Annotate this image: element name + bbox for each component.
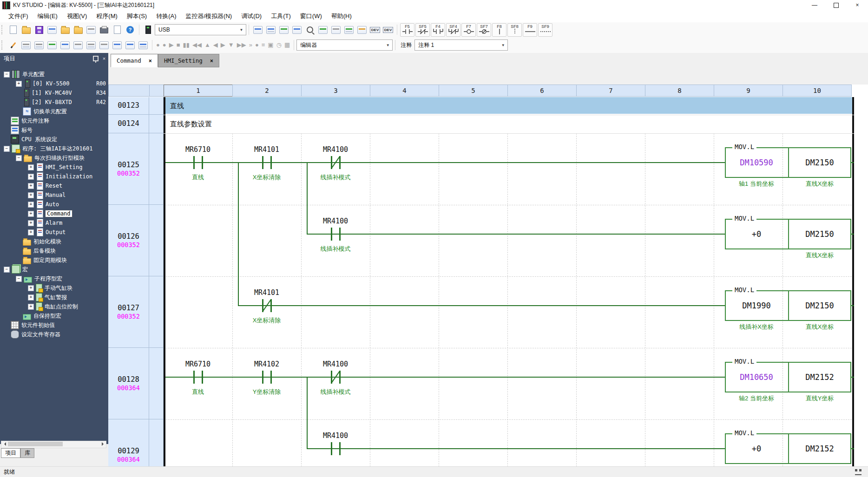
tree-item-29[interactable]: 设定文件寄存器 (0, 330, 108, 339)
comment-set-select[interactable]: 注释 1▼ (414, 39, 508, 51)
tree-item-1[interactable]: −单元配置 (0, 70, 108, 79)
row-bookmark-cell[interactable] (149, 205, 164, 276)
instruction-operand-2[interactable]: DM2150 (789, 220, 851, 248)
rung-wire[interactable] (165, 162, 725, 163)
tree-item-24[interactable]: +手动气缸块 (0, 283, 108, 293)
fkey-sf4-button[interactable]: SF4 (446, 23, 460, 37)
monitor-edit-icon[interactable] (317, 24, 329, 35)
ladder-editor[interactable]: 1234567891000123直线00124直线参数设置00125000352… (108, 85, 868, 467)
open-contact[interactable] (202, 156, 203, 169)
tree-item-6[interactable]: 软元件注释 (0, 116, 108, 125)
menu-item-9[interactable]: 工具(T) (266, 11, 296, 22)
column-header-2[interactable]: 2 (232, 85, 302, 97)
expand-icon[interactable]: + (28, 229, 34, 235)
device-name[interactable]: MR4101 (234, 288, 299, 297)
fkey-f7-button[interactable]: F7 (461, 23, 476, 37)
row-number-cell[interactable]: 00123 (108, 97, 149, 115)
column-header-8[interactable]: 8 (645, 85, 714, 97)
menu-item-8[interactable]: 调试(D) (237, 11, 266, 22)
step-down-icon[interactable]: ▼ (228, 38, 234, 52)
instruction-operand-2[interactable]: DM2150 (789, 148, 851, 177)
step-back-icon[interactable]: ◀ (213, 38, 218, 52)
print-icon[interactable] (99, 24, 110, 35)
save-project-icon[interactable] (33, 24, 45, 35)
menu-item-6[interactable]: 转换(A) (151, 11, 181, 22)
menu-item-11[interactable]: 帮助(H) (327, 11, 356, 22)
editor-tab-command[interactable]: Command× (111, 54, 158, 67)
menu-item-7[interactable]: 监控器/模拟器(N) (181, 11, 237, 22)
junction-write-icon[interactable] (99, 39, 110, 51)
rung-wire[interactable] (307, 234, 725, 235)
column-header-9[interactable]: 9 (714, 85, 783, 97)
plc-monitor-icon[interactable] (143, 24, 154, 35)
tree-item-3[interactable]: [1] KV-MC40VR34 (0, 88, 108, 98)
tree-item-10[interactable]: −每次扫描执行型模块 (0, 153, 108, 163)
help-icon[interactable]: ? (125, 24, 136, 35)
pin-icon[interactable] (92, 54, 100, 63)
grid-view-icon[interactable] (59, 39, 71, 51)
selected-comment-row[interactable] (165, 97, 852, 114)
instruction-operand-2[interactable]: DM2152 (789, 363, 851, 392)
breakpoint-icon[interactable]: ● (255, 38, 259, 52)
scroll-left-arrow[interactable] (1, 441, 8, 447)
column-header-6[interactable]: 6 (507, 85, 577, 97)
panel-tab-项目[interactable]: 项目 (1, 448, 20, 458)
new-project-icon[interactable] (7, 24, 19, 35)
expand-icon[interactable]: + (28, 174, 34, 180)
close-button[interactable]: × (847, 0, 868, 10)
tree-item-4[interactable]: [2] KV-B8XTDR42 (0, 98, 108, 107)
closed-contact[interactable] (339, 156, 341, 169)
dev-monitor-icon[interactable]: DEV (382, 24, 394, 35)
tree-item-21[interactable]: 固定周期模块 (0, 255, 108, 265)
upload-project-icon[interactable] (59, 24, 71, 35)
expand-icon[interactable]: + (28, 285, 34, 291)
tree-item-7[interactable]: 标号 (0, 125, 108, 135)
read-from-plc-icon[interactable] (291, 24, 302, 35)
device-name[interactable]: MR6710 (165, 145, 230, 154)
instruction-operand-1[interactable]: +0 (725, 220, 788, 248)
open-contact[interactable] (331, 228, 332, 241)
branch-wire[interactable] (238, 162, 239, 306)
dev-window-icon[interactable]: DEV (369, 24, 381, 35)
ladder-comment-text[interactable]: 直线参数设置 (170, 120, 212, 129)
device-name[interactable]: MR4100 (303, 360, 368, 368)
tree-item-12[interactable]: +Initialization (0, 172, 108, 181)
print-preview-icon[interactable] (112, 24, 123, 35)
scrollbar-thumb[interactable] (8, 442, 63, 446)
row-number-cell[interactable]: 00128000364 (108, 348, 149, 419)
open-contact[interactable] (270, 156, 272, 169)
expand-icon[interactable]: + (28, 304, 34, 310)
record-icon[interactable]: ● (156, 38, 160, 52)
instruction-operand-1[interactable]: DM1990 (725, 291, 788, 320)
transfer-undo-icon[interactable] (356, 24, 368, 35)
collapse-icon[interactable]: − (4, 146, 10, 152)
instruction-operand-1[interactable]: DM10590 (725, 148, 788, 177)
tree-item-15[interactable]: +Auto (0, 200, 108, 209)
panel-close-icon[interactable]: × (100, 54, 108, 63)
expand-icon[interactable]: + (16, 81, 22, 87)
tree-item-14[interactable]: +Manual (0, 190, 108, 200)
device-name[interactable]: MR4100 (303, 431, 368, 440)
tree-item-27[interactable]: 自保持型宏 (0, 311, 108, 320)
menu-item-5[interactable]: 脚本(S) (122, 11, 151, 22)
column-header-7[interactable]: 7 (576, 85, 645, 97)
instruction-operand-1[interactable]: +0 (725, 434, 788, 463)
collapse-icon[interactable]: − (16, 276, 22, 282)
step-up-icon[interactable]: ▲ (204, 38, 210, 52)
tree-item-17[interactable]: +Alarm (0, 218, 108, 228)
pause-icon[interactable]: ▮▮ (183, 38, 190, 52)
project-hscrollbar[interactable] (1, 441, 106, 448)
usb-connection-select[interactable]: USB▼ (155, 24, 246, 35)
tab-close-icon[interactable]: × (149, 58, 152, 64)
collapse-icon[interactable]: − (4, 72, 10, 78)
fkey-sf9-button[interactable]: SF9 (538, 23, 552, 37)
tree-item-28[interactable]: 软元件初始值 (0, 320, 108, 330)
fkey-sf7-button[interactable]: SF7 (477, 23, 491, 37)
fkey-f4-button[interactable]: F4 (431, 23, 445, 37)
tree-item-19[interactable]: 初始化模块 (0, 237, 108, 246)
device-name[interactable]: MR4100 (303, 217, 368, 225)
monitor-find-icon[interactable] (304, 24, 316, 35)
rung-wire[interactable] (165, 377, 725, 378)
tree-item-23[interactable]: −子程序型宏 (0, 274, 108, 283)
play-icon[interactable]: ▶ (169, 38, 174, 52)
